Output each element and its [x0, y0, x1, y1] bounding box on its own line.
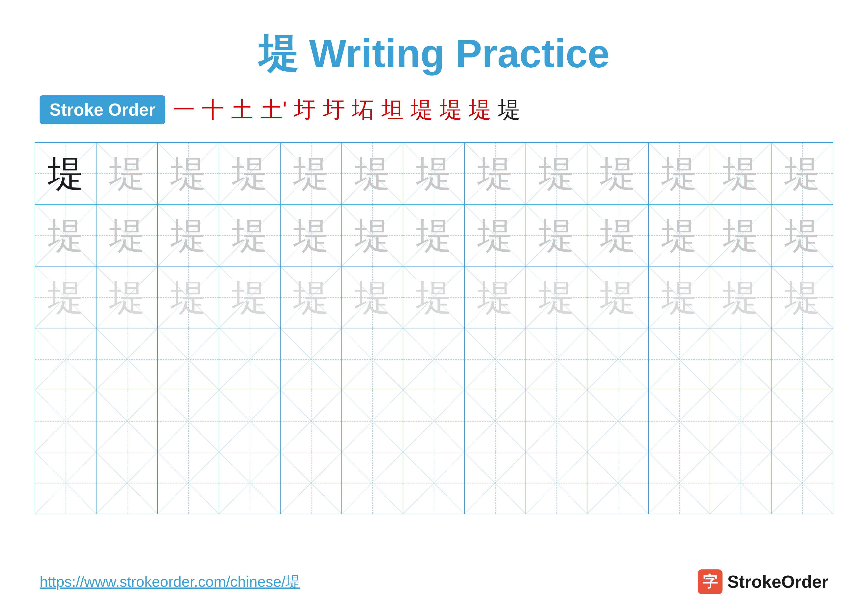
logo-text: StrokeOrder [727, 572, 828, 592]
grid-cell-r2-c9: 堤 [526, 205, 587, 266]
grid-cell-r2-c8: 堤 [465, 205, 526, 266]
grid-cell-r3-c13: 堤 [772, 266, 833, 328]
grid-row-3: 堤 堤 堤 堤 堤 堤 堤 堤 堤 堤 堤 堤 堤 [35, 266, 833, 328]
grid-cell-r2-c11: 堤 [649, 205, 710, 266]
logo-char: 字 [703, 572, 718, 592]
grid-cell-r5-c5[interactable] [281, 390, 342, 452]
footer: https://www.strokeorder.com/chinese/堤 字 … [0, 569, 868, 594]
grid-cell-r5-c6[interactable] [342, 390, 403, 452]
stroke-step-12: 堤 [498, 95, 520, 125]
grid-cell-r6-c12[interactable] [710, 452, 772, 514]
grid-cell-r5-c7[interactable] [403, 390, 465, 452]
grid-cell-r4-c4[interactable] [219, 328, 281, 390]
grid-cell-r6-c2[interactable] [96, 452, 158, 514]
grid-cell-r1-c10: 堤 [587, 143, 649, 204]
grid-cell-r4-c13[interactable] [772, 328, 833, 390]
grid-cell-r3-c1: 堤 [35, 266, 96, 328]
grid-cell-r1-c3: 堤 [158, 143, 219, 204]
grid-cell-r3-c10: 堤 [587, 266, 649, 328]
grid-cell-r2-c2: 堤 [96, 205, 158, 266]
grid-cell-r6-c8[interactable] [465, 452, 526, 514]
grid-cell-r2-c4: 堤 [219, 205, 281, 266]
footer-logo: 字 StrokeOrder [698, 569, 828, 594]
grid-cell-r5-c1[interactable] [35, 390, 96, 452]
stroke-step-3: 土 [231, 95, 253, 125]
stroke-step-6: 圩 [323, 95, 345, 125]
grid-cell-r3-c3: 堤 [158, 266, 219, 328]
grid-cell-r6-c9[interactable] [526, 452, 587, 514]
stroke-steps: 一 十 土 土' 圩 圩 坧 坦 堤 堤 堤 堤 [173, 95, 520, 125]
practice-grid: 堤 堤 堤 堤 堤 堤 堤 堤 堤 堤 堤 堤 堤 堤 堤 堤 堤 堤 堤 堤 … [35, 142, 833, 514]
grid-cell-r3-c5: 堤 [281, 266, 342, 328]
grid-cell-r4-c5[interactable] [281, 328, 342, 390]
grid-cell-r4-c1[interactable] [35, 328, 96, 390]
grid-cell-r1-c2: 堤 [96, 143, 158, 204]
page-title: 堤 Writing Practice [0, 30, 868, 77]
grid-cell-r4-c3[interactable] [158, 328, 219, 390]
grid-cell-r1-c12: 堤 [710, 143, 772, 204]
grid-cell-r6-c3[interactable] [158, 452, 219, 514]
grid-cell-r2-c7: 堤 [403, 205, 465, 266]
grid-cell-r1-c9: 堤 [526, 143, 587, 204]
grid-cell-r3-c7: 堤 [403, 266, 465, 328]
grid-cell-r4-c10[interactable] [587, 328, 649, 390]
grid-cell-r1-c7: 堤 [403, 143, 465, 204]
grid-row-4 [35, 328, 833, 390]
grid-cell-r4-c11[interactable] [649, 328, 710, 390]
grid-cell-r6-c4[interactable] [219, 452, 281, 514]
grid-cell-r3-c8: 堤 [465, 266, 526, 328]
stroke-step-11: 堤 [469, 95, 491, 125]
grid-cell-r4-c9[interactable] [526, 328, 587, 390]
grid-cell-r6-c11[interactable] [649, 452, 710, 514]
grid-cell-r3-c4: 堤 [219, 266, 281, 328]
grid-cell-r4-c8[interactable] [465, 328, 526, 390]
grid-cell-r5-c2[interactable] [96, 390, 158, 452]
grid-cell-r6-c1[interactable] [35, 452, 96, 514]
grid-cell-r3-c9: 堤 [526, 266, 587, 328]
grid-cell-r2-c6: 堤 [342, 205, 403, 266]
grid-cell-r2-c12: 堤 [710, 205, 772, 266]
grid-row-5 [35, 390, 833, 452]
grid-cell-r5-c11[interactable] [649, 390, 710, 452]
grid-cell-r3-c12: 堤 [710, 266, 772, 328]
logo-icon: 字 [698, 569, 722, 594]
grid-cell-r5-c8[interactable] [465, 390, 526, 452]
footer-url[interactable]: https://www.strokeorder.com/chinese/堤 [40, 572, 301, 592]
stroke-step-2: 十 [202, 95, 224, 125]
grid-cell-r6-c5[interactable] [281, 452, 342, 514]
stroke-step-10: 堤 [440, 95, 462, 125]
grid-cell-r6-c7[interactable] [403, 452, 465, 514]
grid-row-1: 堤 堤 堤 堤 堤 堤 堤 堤 堤 堤 堤 堤 堤 [35, 143, 833, 205]
char-dark: 堤 [48, 155, 84, 191]
grid-cell-r4-c7[interactable] [403, 328, 465, 390]
grid-cell-r5-c9[interactable] [526, 390, 587, 452]
grid-cell-r1-c5: 堤 [281, 143, 342, 204]
grid-cell-r6-c10[interactable] [587, 452, 649, 514]
grid-cell-r1-c13: 堤 [772, 143, 833, 204]
grid-cell-r5-c10[interactable] [587, 390, 649, 452]
grid-cell-r4-c12[interactable] [710, 328, 772, 390]
grid-cell-r2-c1: 堤 [35, 205, 96, 266]
grid-cell-r5-c3[interactable] [158, 390, 219, 452]
stroke-step-5: 圩 [294, 95, 316, 125]
stroke-order-area: Stroke Order 一 十 土 土' 圩 圩 坧 坦 堤 堤 堤 堤 [0, 87, 868, 132]
grid-cell-r6-c13[interactable] [772, 452, 833, 514]
grid-cell-r2-c13: 堤 [772, 205, 833, 266]
grid-row-6 [35, 452, 833, 514]
grid-cell-r5-c4[interactable] [219, 390, 281, 452]
stroke-step-9: 堤 [411, 95, 433, 125]
stroke-order-badge: Stroke Order [40, 95, 165, 124]
grid-row-2: 堤 堤 堤 堤 堤 堤 堤 堤 堤 堤 堤 堤 堤 [35, 205, 833, 266]
grid-cell-r1-c6: 堤 [342, 143, 403, 204]
stroke-step-1: 一 [173, 95, 195, 125]
grid-cell-r1-c1: 堤 [35, 143, 96, 204]
grid-cell-r5-c13[interactable] [772, 390, 833, 452]
grid-cell-r4-c2[interactable] [96, 328, 158, 390]
grid-cell-r1-c8: 堤 [465, 143, 526, 204]
grid-cell-r3-c2: 堤 [96, 266, 158, 328]
grid-cell-r4-c6[interactable] [342, 328, 403, 390]
grid-cell-r5-c12[interactable] [710, 390, 772, 452]
grid-cell-r2-c5: 堤 [281, 205, 342, 266]
grid-cell-r6-c6[interactable] [342, 452, 403, 514]
stroke-step-7: 坧 [352, 95, 374, 125]
